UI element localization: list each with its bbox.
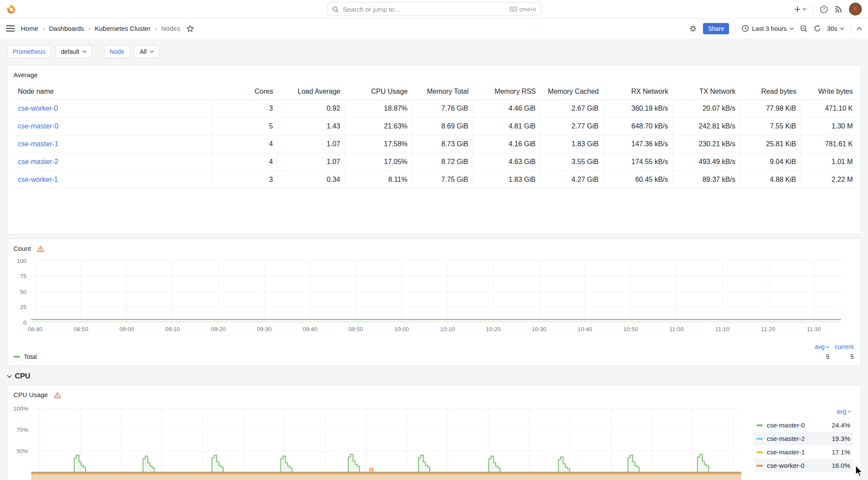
cell: 2.67 GiB [540,100,603,118]
breadcrumb-item-home[interactable]: Home [21,25,38,32]
breadcrumb: Home›Dashboards›Kubernetes Cluster›Nodes [21,25,180,32]
node-link-cse-master-0[interactable]: cse-master-0 [18,122,58,130]
legend-item-cse-master-0[interactable]: cse-master-024.4% [754,418,853,432]
variable-value-default[interactable]: default [55,45,92,58]
legend-sort-avg[interactable]: avg [754,406,853,417]
news-button[interactable] [835,5,842,13]
series-name: cse-master-2 [767,435,832,442]
variable-label-prometheus[interactable]: Prometheus [7,45,51,58]
column-header-memory-cached[interactable]: Memory Cached [540,85,603,100]
cell: 2.22 M [801,171,857,189]
share-button[interactable]: Share [703,23,729,34]
add-button[interactable] [794,6,806,13]
series-marker [756,424,763,426]
cell: 3.55 GiB [540,153,603,171]
chevron-up-icon [857,27,862,30]
svg-text:08:40: 08:40 [28,326,43,332]
column-header-node-name[interactable]: Node name [13,85,212,100]
column-header-memory-total[interactable]: Memory Total [412,85,473,100]
series-avg-value: 24.4% [832,421,850,429]
table-row: cse-worker-030.9218.87%7.76 GiB4.46 GiB2… [13,100,857,118]
cell: 781.61 K [801,135,857,153]
cell: 4.81 GiB [473,118,540,135]
node-link-cse-worker-0[interactable]: cse-worker-0 [18,105,58,112]
svg-text:100: 100 [17,258,26,264]
cell: 8.11% [345,171,412,189]
column-header-write-bytes[interactable]: Write bytes [801,85,857,100]
refresh-button[interactable] [814,25,821,32]
count-chart[interactable]: 08:4008:5009:0009:1009:2009:3009:4009:50… [7,256,861,335]
column-header-tx-network[interactable]: TX Network [673,85,740,100]
svg-text:09:20: 09:20 [211,326,226,332]
dashboard-settings-button[interactable] [689,25,697,33]
svg-text:10:50: 10:50 [624,326,638,332]
cell: 1.07 [277,153,345,171]
cell: 4.88 KiB [740,171,801,189]
legend-sort-avg[interactable]: avg [805,343,829,350]
cell: 9.04 KiB [740,153,801,171]
dashboard-content: PrometheusdefaultNodeAll Average Node na… [0,38,868,480]
cell: 471.10 K [801,100,857,118]
legend-item-cse-master-2[interactable]: cse-master-219.3% [754,432,853,445]
cell: 7.75 GiB [412,171,473,189]
help-button[interactable]: ? [820,5,828,13]
node-table-wrap: Node nameCoresLoad AverageCPU UsageMemor… [13,85,861,189]
search-box[interactable]: cmd+k [327,2,541,16]
panel-title-average: Average [13,71,38,79]
search-input[interactable] [342,5,506,13]
legend-item-total[interactable]: Total 5 5 [13,352,854,362]
legend-avg-value: 5 [805,353,829,360]
cell: 174.55 kB/s [603,153,673,171]
series-name: cse-worker-0 [767,462,832,469]
legend-item-cse-master-1[interactable]: cse-master-117.1% [754,445,853,459]
warning-icon[interactable] [54,391,61,399]
favorite-star-button[interactable] [186,25,194,33]
svg-text:09:40: 09:40 [303,326,317,332]
cell: 1.07 [277,135,345,153]
hamburger-icon [6,25,15,32]
gear-icon [689,25,697,33]
collapse-toolbar-button[interactable] [857,27,862,30]
svg-text:10:00: 10:00 [394,326,409,332]
node-link-cse-worker-1[interactable]: cse-worker-1 [18,176,58,183]
grafana-logo[interactable] [6,4,17,15]
column-header-cores[interactable]: Cores [212,85,277,100]
series-name: cse-master-1 [767,448,832,456]
svg-text:?: ? [823,7,825,12]
chevron-down-icon [826,346,829,348]
column-header-load-average[interactable]: Load Average [277,85,345,100]
node-link-cse-master-1[interactable]: cse-master-1 [18,140,58,148]
breadcrumb-item-kubernetes-cluster[interactable]: Kubernetes Cluster [95,25,150,32]
column-header-cpu-usage[interactable]: CPU Usage [345,85,412,100]
chevron-down-icon [83,50,86,53]
variable-text: default [61,48,79,55]
cpu-usage-chart[interactable]: 100%75%50% [7,403,861,480]
cell: 4 [212,135,277,153]
star-icon [186,25,194,33]
chevron-down-icon [802,8,806,10]
cpu-section-header[interactable]: CPU [7,372,861,381]
breadcrumb-item-dashboards[interactable]: Dashboards [49,25,84,32]
cell: 242.81 kB/s [673,118,740,135]
variable-label-node[interactable]: Node [104,45,130,58]
cell: 8.73 GiB [412,135,473,153]
warning-icon[interactable] [37,245,44,253]
variable-value-all[interactable]: All [134,45,159,58]
column-header-rx-network[interactable]: RX Network [603,85,673,100]
legend-item-cse-worker-0[interactable]: cse-worker-016.0% [754,459,853,472]
chevron-down-icon [840,27,844,30]
svg-text:09:50: 09:50 [349,326,363,332]
column-header-read-bytes[interactable]: Read bytes [740,85,801,100]
node-link-cse-master-2[interactable]: cse-master-2 [18,158,58,165]
cell: 3 [212,100,277,118]
series-name: cse-master-0 [767,421,832,429]
refresh-interval-picker[interactable]: 30s [827,25,844,32]
zoom-out-button[interactable] [800,25,808,33]
menu-button[interactable] [6,25,15,32]
legend-sort-current[interactable]: current [829,343,854,350]
user-avatar[interactable] [849,3,862,16]
time-range-picker[interactable]: Last 3 hours [742,25,794,32]
cell: 1.83 GiB [473,171,540,189]
breadcrumb-item-nodes[interactable]: Nodes [161,25,180,32]
column-header-memory-rss[interactable]: Memory RSS [473,85,540,100]
